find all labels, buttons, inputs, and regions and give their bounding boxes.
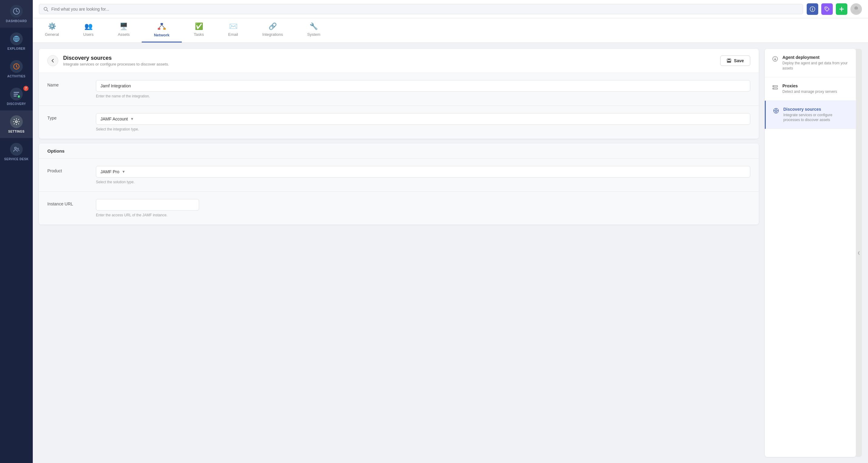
instance-url-hint: Enter the access URL of the JAMF instanc… — [96, 213, 750, 217]
product-select[interactable]: JAMF Pro ▼ — [96, 166, 750, 178]
tab-tasks[interactable]: ✅ Tasks — [182, 18, 216, 42]
users-tab-icon: 👥 — [84, 23, 93, 30]
sidebar-item-discovery[interactable]: 7 7 DISCOVERY — [0, 83, 33, 111]
assets-tab-icon: 🖥️ — [120, 23, 128, 30]
type-label: Type — [48, 113, 84, 120]
sidebar-item-settings[interactable]: SETTINGS — [0, 111, 33, 138]
service-desk-icon — [10, 143, 23, 156]
sidebar-label-explorer: EXPLORER — [7, 47, 25, 50]
topbar-actions — [807, 3, 862, 15]
sidebar-label-dashboard: DASHBOARD — [6, 20, 27, 23]
type-select[interactable]: JAMF Account ▼ — [96, 113, 750, 125]
tag-button[interactable] — [821, 3, 833, 15]
ds-subtitle: Integrate services or configure processe… — [63, 62, 169, 66]
main-panel: Discovery sources Integrate services or … — [39, 49, 759, 457]
sidebar-label-discovery: DISCOVERY — [7, 102, 26, 105]
add-icon — [839, 6, 845, 12]
svg-line-27 — [162, 25, 164, 28]
product-select-arrow: ▼ — [122, 169, 125, 174]
svg-point-19 — [826, 8, 827, 8]
instance-url-input[interactable] — [96, 199, 199, 211]
svg-line-15 — [47, 10, 48, 11]
right-sidebar-container: Agent deployment Deploy the agent and ge… — [765, 49, 862, 457]
tab-general[interactable]: ⚙️ General — [33, 18, 71, 42]
sidebar-label-activities: ACTIVITIES — [7, 74, 26, 78]
system-tab-icon: 🔧 — [310, 23, 318, 30]
tab-users[interactable]: 👥 Users — [71, 18, 105, 42]
sidebar-item-activities[interactable]: ACTIVITIES — [0, 55, 33, 83]
tab-network[interactable]: Network — [142, 18, 182, 42]
svg-point-13 — [17, 148, 19, 149]
tab-general-label: General — [45, 32, 59, 37]
tab-integrations[interactable]: 🔗 Integrations — [250, 18, 295, 42]
settings-icon — [10, 115, 23, 128]
rs-proxies-desc: Detect and manage proxy servers — [782, 89, 837, 94]
rs-agent-content: Agent deployment Deploy the agent and ge… — [782, 55, 848, 71]
options-section: Options Product JAMF Pro ▼ Select the so… — [39, 144, 759, 224]
tasks-tab-icon: ✅ — [195, 23, 203, 30]
svg-point-35 — [773, 86, 774, 87]
tab-tasks-label: Tasks — [194, 32, 204, 37]
discovery-badge: 7 — [23, 86, 29, 91]
discovery-icon: 7 — [10, 88, 23, 100]
main-content: ⚙️ General 👥 Users 🖥️ Assets — [33, 0, 868, 463]
save-icon — [726, 58, 732, 63]
rs-proxies-title: Proxies — [782, 84, 837, 88]
sidebar-item-explorer[interactable]: EXPLORER — [0, 28, 33, 55]
sidebar-item-service-desk[interactable]: SERVICE DESK — [0, 138, 33, 166]
tab-email[interactable]: ✉️ Email — [216, 18, 250, 42]
sidebar: DASHBOARD EXPLORER ACTIVITIES — [0, 0, 33, 463]
discovery-sources-icon — [773, 107, 779, 114]
add-button[interactable] — [836, 3, 847, 15]
name-input[interactable] — [96, 80, 750, 92]
type-row: Type JAMF Account ▼ Select the integrati… — [39, 106, 759, 138]
svg-point-38 — [775, 110, 777, 112]
name-label: Name — [48, 80, 84, 87]
rs-item-agent-deployment[interactable]: Agent deployment Deploy the agent and ge… — [765, 49, 856, 78]
activities-icon — [10, 60, 23, 73]
product-row: Product JAMF Pro ▼ Select the solution t… — [39, 159, 759, 192]
nav-tabs: ⚙️ General 👥 Users 🖥️ Assets — [33, 18, 868, 43]
rs-agent-desc: Deploy the agent and get data from your … — [782, 61, 848, 71]
form-section: Name Enter the name of the integration. … — [39, 73, 759, 138]
rs-ds-desc: Integrate services or configure processe… — [783, 113, 848, 123]
tab-system[interactable]: 🔧 System — [295, 18, 332, 42]
info-icon — [810, 6, 815, 12]
tab-assets[interactable]: 🖥️ Assets — [105, 18, 142, 42]
rs-ds-content: Discovery sources Integrate services or … — [783, 107, 848, 123]
instance-url-label: Instance URL — [48, 199, 84, 206]
options-body: Product JAMF Pro ▼ Select the solution t… — [39, 159, 759, 224]
info-button[interactable] — [807, 3, 818, 15]
svg-rect-25 — [163, 28, 166, 30]
type-hint: Select the integration type. — [96, 127, 750, 131]
product-field: JAMF Pro ▼ Select the solution type. — [96, 166, 750, 184]
tab-users-label: Users — [83, 32, 93, 37]
svg-rect-8 — [14, 96, 17, 96]
instance-url-row: Instance URL Enter the access URL of the… — [39, 192, 759, 224]
sidebar-item-dashboard[interactable]: DASHBOARD — [0, 0, 33, 28]
svg-point-18 — [812, 8, 813, 8]
right-sidebar-toggle[interactable] — [856, 49, 862, 457]
rs-proxies-content: Proxies Detect and manage proxy servers — [782, 84, 837, 94]
discovery-sources-header: Discovery sources Integrate services or … — [39, 49, 759, 73]
save-button[interactable]: Save — [720, 56, 750, 66]
avatar[interactable] — [850, 3, 862, 15]
rs-item-discovery-sources[interactable]: Discovery sources Integrate services or … — [765, 101, 856, 129]
content-area: Discovery sources Integrate services or … — [33, 43, 868, 463]
tab-system-label: System — [307, 32, 320, 37]
svg-text:7: 7 — [18, 96, 20, 98]
rs-agent-title: Agent deployment — [782, 55, 848, 60]
ds-title-group: Discovery sources Integrate services or … — [63, 55, 169, 66]
search-input[interactable] — [51, 7, 799, 11]
save-label: Save — [734, 58, 744, 63]
explorer-icon — [10, 32, 23, 45]
general-tab-icon: ⚙️ — [48, 23, 56, 30]
ds-title: Discovery sources — [63, 55, 169, 61]
search-wrapper[interactable] — [39, 4, 803, 14]
back-button[interactable] — [48, 55, 58, 66]
type-field: JAMF Account ▼ Select the integration ty… — [96, 113, 750, 131]
ds-header-left: Discovery sources Integrate services or … — [48, 55, 169, 66]
rs-item-proxies[interactable]: Proxies Detect and manage proxy servers — [765, 78, 856, 101]
type-value: JAMF Account — [100, 117, 128, 121]
back-icon — [51, 58, 55, 63]
